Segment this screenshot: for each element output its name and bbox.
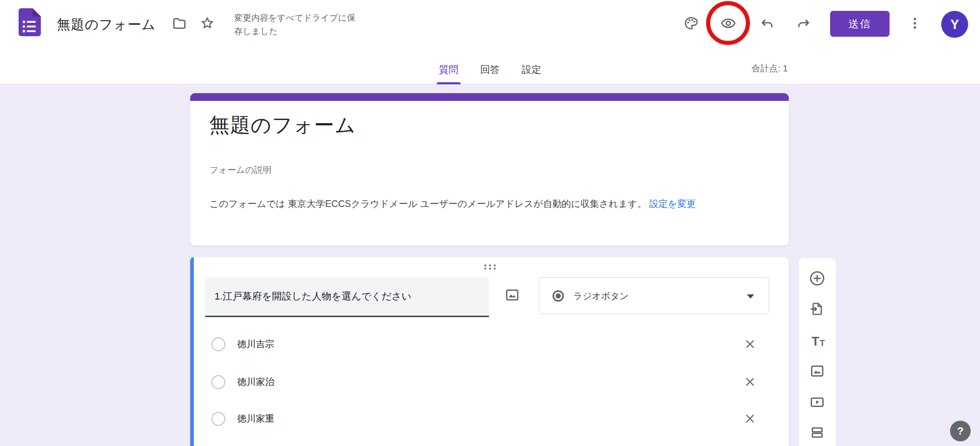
tab-settings[interactable]: 設定 xyxy=(511,56,552,84)
tab-bar: 質問 回答 設定 xyxy=(0,56,980,84)
insert-toolbar: T T xyxy=(799,258,836,446)
change-settings-link[interactable]: 設定を変更 xyxy=(649,199,696,209)
redo-icon[interactable] xyxy=(796,16,811,31)
radio-type-icon xyxy=(553,290,564,302)
total-points: 合計点: 1 xyxy=(752,63,788,75)
option-label-input[interactable]: 徳川吉宗 xyxy=(237,338,274,350)
help-button[interactable]: ? xyxy=(950,421,971,441)
add-question-icon[interactable] xyxy=(809,271,825,286)
option-radio-icon xyxy=(211,412,225,426)
option-row: 徳川吉宗 xyxy=(190,336,789,353)
undo-icon[interactable] xyxy=(759,16,775,31)
question-card: 1.江戸幕府を開設した人物を選んでください ラジオボタン 徳川吉宗 徳川家治 xyxy=(190,257,789,446)
option-radio-icon xyxy=(211,337,225,351)
remove-option-icon[interactable] xyxy=(743,375,757,389)
app-header: 無題のフォーム 変更内容をすべてドライブに保存しました xyxy=(0,0,980,84)
add-video-icon[interactable] xyxy=(809,394,825,410)
import-questions-icon[interactable] xyxy=(809,301,825,317)
option-row: 徳川家重 xyxy=(190,410,789,428)
save-status: 変更内容をすべてドライブに保存しました xyxy=(234,11,361,38)
option-label-input[interactable]: 徳川家治 xyxy=(237,376,274,388)
question-type-dropdown[interactable]: ラジオボタン xyxy=(539,277,769,314)
preview-eye-icon[interactable] xyxy=(721,16,736,31)
option-row: 徳川家治 xyxy=(190,374,789,391)
add-title-icon[interactable]: T T xyxy=(809,332,827,348)
form-title-input[interactable]: 無題のフォーム xyxy=(209,113,356,138)
theme-color-bar xyxy=(190,93,789,101)
add-section-icon[interactable] xyxy=(809,425,825,440)
option-label-input[interactable]: 徳川家重 xyxy=(237,412,274,425)
forms-logo-icon[interactable] xyxy=(17,8,41,36)
more-options-icon[interactable] xyxy=(907,16,923,31)
question-type-label: ラジオボタン xyxy=(573,290,629,302)
account-avatar[interactable]: Y xyxy=(941,11,968,38)
form-header-card: 無題のフォーム フォームの説明 このフォームでは 東京大学ECCSクラウドメール… xyxy=(190,93,789,246)
dropdown-caret-icon xyxy=(747,294,754,299)
tab-responses[interactable]: 回答 xyxy=(469,56,511,84)
add-image-to-question-icon[interactable] xyxy=(504,287,520,303)
drag-handle-icon[interactable] xyxy=(483,264,497,270)
move-to-folder-icon[interactable] xyxy=(172,16,187,31)
tab-questions[interactable]: 質問 xyxy=(428,56,469,84)
remove-option-icon[interactable] xyxy=(743,337,757,351)
email-collection-notice: このフォームでは 東京大学ECCSクラウドメール ユーザーのメールアドレスが自動… xyxy=(209,196,774,212)
active-tab-underline xyxy=(437,82,461,84)
question-title-input[interactable]: 1.江戸幕府を開設した人物を選んでください xyxy=(205,277,489,317)
theme-palette-icon[interactable] xyxy=(683,16,699,31)
remove-option-icon[interactable] xyxy=(743,412,757,425)
google-forms-editor: 無題のフォーム 変更内容をすべてドライブに保存しました xyxy=(0,0,980,446)
document-title[interactable]: 無題のフォーム xyxy=(57,16,156,34)
option-radio-icon xyxy=(211,375,225,389)
form-description-input[interactable]: フォームの説明 xyxy=(209,164,272,176)
add-image-icon[interactable] xyxy=(809,363,825,379)
send-button[interactable]: 送信 xyxy=(830,11,890,37)
star-icon[interactable] xyxy=(200,16,215,31)
